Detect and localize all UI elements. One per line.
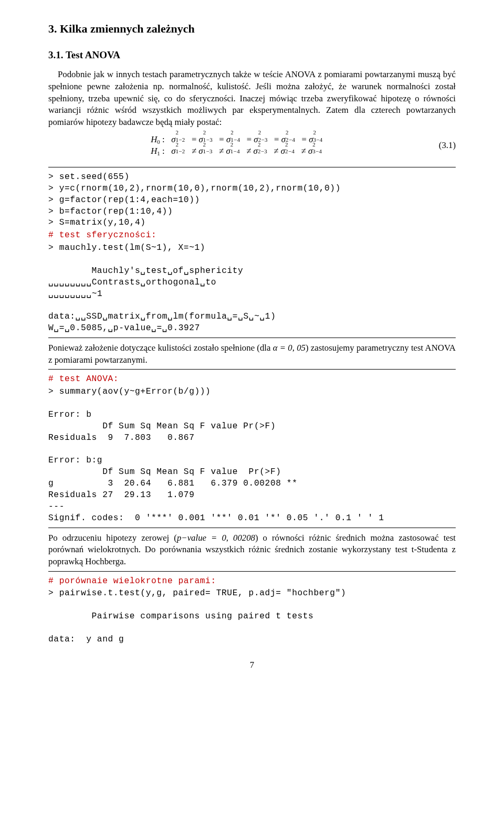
equation: H0 : σ21−21−2 = σ21−31−3 = σ21−41−4 = σ2… [48, 134, 429, 157]
code-comment-sphericity: # test sferyczności: [48, 230, 456, 241]
code-comment-anova: # test ANOVA: [48, 374, 456, 385]
code-block-setup: > set.seed(655) > y=c(rnorm(10,2),rnorm(… [48, 172, 456, 229]
section-number: 3. [48, 22, 57, 35]
subsection-number: 3.1. [48, 49, 64, 60]
code-block-mauchly: > mauchly.test(lm(S~1), X=~1) Mauchly's␣… [48, 243, 456, 334]
section-heading: 3. Kilka zmiennych zależnych [48, 21, 456, 37]
text: Ponieważ założenie dotyczące kulistości … [48, 343, 273, 353]
section-title: Kilka zmiennych zależnych [60, 22, 195, 35]
divider [48, 571, 456, 572]
equation-block: H0 : σ21−21−2 = σ21−31−3 = σ21−41−4 = σ2… [48, 134, 456, 157]
code-block-pairwise: > pairwise.t.test(y,g, paired= TRUE, p.a… [48, 588, 456, 645]
subsection-heading: 3.1. Test ANOVA [48, 48, 456, 62]
divider [48, 338, 456, 338]
code-comment-pairwise: # porównaie wielokrotne parami: [48, 576, 456, 587]
divider [48, 369, 456, 370]
subsection-title: Test ANOVA [66, 49, 120, 60]
code-block-anova: > summary(aov(y~g+Error(b/g))) Error: b … [48, 386, 456, 524]
equation-number: (3.1) [429, 140, 456, 152]
divider [48, 167, 456, 167]
paragraph-anova-result: Po odrzuceniu hipotezy zerowej (p−value … [48, 532, 456, 568]
paragraph-intro: Podobnie jak w innych testach parametryc… [48, 69, 456, 128]
paragraph-mauchly-result: Ponieważ założenie dotyczące kulistości … [48, 342, 456, 366]
text: Po odrzuceniu hipotezy zerowej ( [48, 533, 177, 543]
math-inline: p−value = 0, 00208 [177, 533, 255, 543]
math-inline: α = 0, 05 [273, 343, 306, 353]
page-number: 7 [48, 659, 456, 671]
divider [48, 528, 456, 528]
page: 3. Kilka zmiennych zależnych 3.1. Test A… [0, 0, 504, 692]
